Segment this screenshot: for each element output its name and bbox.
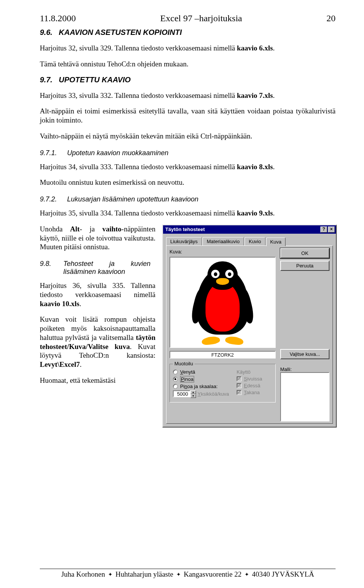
heading-number: 9.8.: [40, 260, 63, 268]
heading-9-7: 9.7. UPOTETTU KAAVIO: [40, 75, 336, 84]
dialog-buttons: OK Peruuta Valitse kuva...: [280, 248, 329, 362]
apply-to-label: Käyttö: [237, 369, 272, 375]
radio-label: Pinoa: [180, 376, 194, 382]
paragraph: Alt-näppäin ei toimi esimerkissä esitety…: [40, 107, 336, 125]
groupbox-legend: Muotoilu: [173, 361, 195, 366]
picture-panel: Kuva:: [169, 249, 279, 402]
text-run: Unohda: [40, 225, 70, 233]
format-groupbox: Muotoilu Venytä Pinoa: [169, 364, 276, 402]
text-run: .: [273, 44, 275, 52]
text-run: Harjoitus 33, sivulla 332. Tallenna tied…: [40, 91, 237, 99]
paragraph: Huomaat, että tekemästäsi: [40, 376, 155, 385]
tab-texture[interactable]: Materiaalikuvio: [202, 237, 244, 246]
bold-run: vaihto: [102, 225, 122, 233]
dialog-titlebar[interactable]: Täytön tehosteet ? ×: [163, 225, 336, 234]
bullet-icon: ✦: [243, 571, 250, 577]
footer-address: Kangasvuorentie 22: [182, 570, 243, 578]
page: 11.8.2000 Excel 97 –harjoituksia 20 9.6.…: [0, 0, 364, 428]
checkbox-icon: ✓: [237, 383, 242, 388]
paragraph: Harjoitus 32, sivulla 329. Tallenna tied…: [40, 44, 336, 53]
left-column: Unohda Alt- ja vaihto-näppäinten käyttö,…: [40, 225, 155, 392]
spinner-up-icon[interactable]: ▲: [190, 390, 196, 394]
two-column-area: Unohda Alt- ja vaihto-näppäinten käyttö,…: [40, 225, 336, 428]
paragraph: Muotoilu onnistuu kuten esimerkissä on n…: [40, 178, 336, 187]
filename-bold: kaavio 7.xls: [237, 91, 273, 99]
heading-9-7-2: 9.7.2.Lukusarjan lisääminen upotettuun k…: [40, 195, 336, 203]
paragraph: Harjoitus 34, sivulla 333. Tallenna tied…: [40, 162, 336, 171]
check-front: ✓ Edessä: [237, 383, 272, 388]
units-label: Yksikköä/kuva: [198, 391, 229, 397]
text-run: .: [80, 360, 82, 368]
picture-label: Kuva:: [169, 249, 279, 255]
units-per-picture-row: 5000 ▲ ▼ Yksikköä/kuva: [173, 390, 230, 398]
header-date: 11.8.2000: [40, 13, 76, 24]
text-run: - ja: [80, 225, 102, 233]
tab-pattern[interactable]: Kuvio: [245, 237, 265, 246]
picture-preview: [169, 257, 276, 348]
dialog-title: Täytön tehosteet: [165, 226, 320, 232]
filename-bold: kaavio 6.xls: [237, 44, 273, 52]
header-title: Excel 97 –harjoituksia: [76, 13, 326, 24]
units-value[interactable]: 5000: [173, 390, 190, 397]
sample-preview: [280, 372, 329, 421]
filename-bold: kaavio 10.xls: [40, 300, 80, 308]
paragraph: Harjoitus 36, sivulla 335. Tallenna tied…: [40, 281, 155, 308]
heading-text: Tehosteet ja kuvien lisääminen kaavioon: [63, 260, 151, 276]
sample-area: Malli:: [280, 366, 329, 421]
radio-label: Venytä: [180, 369, 195, 375]
heading-text: Upotetun kaavion muokkaaminen: [67, 149, 168, 157]
text-run: Harjoitus 36, sivulla 335. Tallenna tied…: [40, 281, 155, 299]
text-run: Harjoitus 35, sivulla 334. Tallenna tied…: [40, 209, 237, 217]
radio-stack-scale[interactable]: Pinoa ja skaalaa:: [173, 384, 230, 389]
paragraph: Harjoitus 35, sivulla 334. Tallenna tied…: [40, 209, 336, 218]
tab-gradient[interactable]: Liukuvärjäys: [166, 237, 202, 246]
check-end: ✓ Takana: [237, 390, 272, 395]
heading-number: 9.7.2.: [40, 195, 67, 203]
bold-run: Levyt\Excel7: [40, 360, 80, 368]
footer-school: Huhtaharjun yläaste: [114, 570, 175, 578]
filename-bold: kaavio 8.xls: [237, 163, 273, 171]
checkbox-label: Sivuissa: [244, 376, 262, 382]
text-run: .: [80, 300, 82, 308]
paragraph: Kuvan voit lisätä rompun ohjeista poiket…: [40, 315, 155, 369]
picture-filename: FTZORK2: [169, 351, 276, 358]
titlebar-close-button[interactable]: ×: [328, 226, 335, 233]
paragraph: Tämä tehtävä onnistuu TehoCd:n ohjeiden …: [40, 60, 336, 69]
paragraph: Vaihto-näppäin ei näytä myöskään tekevän…: [40, 132, 336, 141]
select-picture-button[interactable]: Valitse kuva...: [280, 349, 329, 359]
text-run: .: [273, 163, 275, 171]
radio-icon: [173, 384, 178, 389]
text-run: .: [273, 91, 275, 99]
text-run: .: [273, 209, 275, 217]
heading-text: Lukusarjan lisääminen upotettuun kaavioo…: [67, 195, 198, 203]
radio-icon: [173, 377, 178, 382]
radio-stack[interactable]: Pinoa: [173, 376, 230, 382]
running-footer: Juha Korhonen ✦ Huhtaharjun yläaste ✦ Ka…: [40, 569, 336, 579]
tab-body-picture: Kuva:: [166, 245, 333, 424]
radio-label: Pinoa ja skaalaa:: [180, 384, 218, 389]
tab-picture[interactable]: Kuva: [266, 237, 286, 246]
checkbox-icon: ✓: [237, 390, 242, 395]
titlebar-help-button[interactable]: ?: [320, 226, 327, 233]
text-run: Harjoitus 32, sivulla 329. Tallenna tied…: [40, 44, 237, 52]
heading-9-7-1: 9.7.1.Upotetun kaavion muokkaaminen: [40, 149, 336, 157]
footer-author: Juha Korhonen: [61, 570, 107, 578]
spinner-down-icon[interactable]: ▼: [190, 394, 196, 398]
heading-number: 9.7.1.: [40, 149, 67, 157]
running-header: 11.8.2000 Excel 97 –harjoituksia 20: [40, 13, 336, 24]
sample-label: Malli:: [280, 366, 329, 372]
radio-stretch[interactable]: Venytä: [173, 369, 230, 375]
ok-button[interactable]: OK: [280, 248, 329, 258]
heading-9-6: 9.6. KAAVION ASETUSTEN KOPIOINTI: [40, 28, 336, 37]
checkbox-label: Edessä: [244, 383, 260, 388]
heading-9-8: 9.8.Tehosteet ja kuvien lisääminen kaavi…: [40, 260, 155, 276]
filename-bold: kaavio 9.xls: [237, 209, 273, 217]
header-page-number: 20: [326, 13, 336, 24]
check-sides: ✓ Sivuissa: [237, 376, 272, 382]
bold-run: Alt: [70, 225, 80, 233]
units-spinner[interactable]: 5000 ▲ ▼: [173, 390, 196, 398]
checkbox-label: Takana: [244, 390, 260, 395]
bullet-icon: ✦: [175, 571, 182, 577]
cancel-button[interactable]: Peruuta: [280, 261, 329, 271]
penguin-icon: [190, 261, 255, 343]
